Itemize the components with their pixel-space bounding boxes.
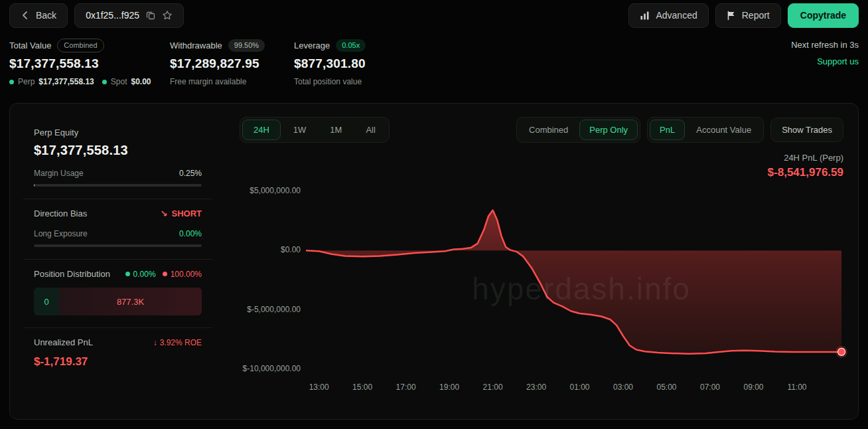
- time-tabs: 24H1W1MAll: [240, 117, 390, 143]
- view-tab-group-2: PnLAccount Value: [647, 117, 764, 143]
- perp-equity-label: Perp Equity: [34, 128, 202, 137]
- spot-dot-icon: [102, 80, 107, 84]
- withdrawable-badge: 99.50%: [228, 39, 265, 52]
- x-tick-label: 07:00: [695, 383, 725, 392]
- direction-bias-value: SHORT: [172, 209, 202, 218]
- back-button[interactable]: Back: [9, 3, 68, 28]
- support-us-link[interactable]: Support us: [817, 56, 859, 66]
- perp-equity-value: $17,377,558.13: [34, 143, 202, 158]
- view-tab-group-1: CombinedPerp Only: [516, 117, 640, 143]
- leverage-sub: Total position value: [294, 77, 362, 86]
- view-tabs-row: CombinedPerp OnlyPnLAccount Value Show T…: [516, 117, 843, 143]
- y-tick-label: $5,000,000.00: [229, 186, 301, 195]
- long-exposure-value: 0.00%: [179, 229, 202, 238]
- distribution-bar: 0 877.3K: [34, 288, 202, 315]
- time-tab-1m[interactable]: 1M: [319, 120, 353, 140]
- short-pct: 100.00%: [171, 270, 202, 279]
- leverage-label: Leverage: [294, 41, 330, 50]
- bar-chart-icon: [640, 11, 650, 21]
- view-tab-pnl[interactable]: PnL: [650, 120, 685, 140]
- roe-value: 3.92% ROE: [160, 338, 202, 347]
- total-value-amount: $17,377,558.13: [9, 56, 151, 71]
- report-label: Report: [742, 10, 770, 21]
- x-tick-label: 03:00: [609, 383, 638, 392]
- combined-badge: Combined: [57, 39, 104, 52]
- x-tick-label: 11:00: [782, 383, 812, 392]
- perp-value: $17,377,558.13: [38, 77, 94, 86]
- x-tick-label: 19:00: [435, 383, 464, 392]
- position-distribution-label: Position Distribution: [34, 269, 110, 279]
- margin-usage-label: Margin Usage: [34, 169, 84, 178]
- x-tick-label: 15:00: [348, 383, 377, 392]
- direction-bias-section: Direction Bias ↘ SHORT Long Exposure 0.0…: [23, 199, 212, 259]
- position-distribution-section: Position Distribution 0.00% 100.00% 0 87…: [23, 259, 212, 327]
- address-text: 0x1f25...f925: [86, 10, 139, 21]
- account-sidebar: Perp Equity $17,377,558.13 Margin Usage …: [23, 118, 212, 381]
- x-tick-label: 23:00: [522, 383, 551, 392]
- stats-row: Total Value Combined $17,377,558.13 Perp…: [9, 39, 859, 93]
- spot-label: Spot: [111, 77, 127, 86]
- arrow-down-icon: ↓: [153, 338, 157, 347]
- perp-equity-section: Perp Equity $17,377,558.13 Margin Usage …: [23, 118, 212, 199]
- perp-dot-icon: [9, 80, 14, 84]
- address-chip[interactable]: 0x1f25...f925: [74, 3, 184, 28]
- top-bar-left: Back 0x1f25...f925: [9, 3, 184, 28]
- time-tab-all[interactable]: All: [354, 120, 386, 140]
- withdrawable-sub: Free margin available: [170, 77, 246, 86]
- last-point-dot[interactable]: [838, 348, 845, 355]
- long-exposure-label: Long Exposure: [34, 229, 88, 238]
- star-icon[interactable]: [162, 10, 173, 21]
- short-dot-icon: [163, 272, 167, 276]
- copy-icon[interactable]: [146, 11, 155, 20]
- advanced-label: Advanced: [656, 10, 697, 21]
- pnl-area-path: [306, 211, 841, 354]
- y-tick-label: $0.00: [229, 245, 301, 254]
- distribution-short-segment: 877.3K: [59, 288, 202, 315]
- unrealized-pnl-section: Unrealized PnL ↓ 3.92% ROE $-1,719.37: [23, 327, 212, 381]
- long-exposure-bar: [34, 244, 202, 247]
- unrealized-pnl-value: $-1,719.37: [34, 355, 202, 369]
- x-tick-label: 17:00: [392, 383, 421, 392]
- view-tab-perp-only[interactable]: Perp Only: [579, 120, 638, 140]
- show-trades-button[interactable]: Show Trades: [770, 118, 843, 142]
- leverage-amount: $877,301.80: [294, 56, 366, 71]
- total-value-stat: Total Value Combined $17,377,558.13 Perp…: [9, 39, 151, 86]
- chart-area: 24H1W1MAll CombinedPerp OnlyPnLAccount V…: [229, 104, 858, 419]
- view-tabs-groups: CombinedPerp OnlyPnLAccount Value: [516, 117, 764, 143]
- chart-pnl-label: 24H PnL (Perp): [784, 153, 843, 163]
- top-bar-right: Advanced Report Copytrade: [628, 3, 859, 28]
- withdrawable-amount: $17,289,827.95: [170, 56, 265, 71]
- spot-value: $0.00: [131, 77, 151, 86]
- margin-usage-bar: [34, 184, 202, 187]
- copytrade-button[interactable]: Copytrade: [788, 3, 859, 28]
- trend-down-icon: ↘: [161, 209, 168, 218]
- time-tab-24h[interactable]: 24H: [242, 120, 281, 140]
- advanced-button[interactable]: Advanced: [628, 3, 708, 28]
- leverage-stat: Leverage 0.05x $877,301.80 Total positio…: [294, 39, 366, 86]
- main-card: Perp Equity $17,377,558.13 Margin Usage …: [9, 103, 859, 420]
- withdrawable-stat: Withdrawable 99.50% $17,289,827.95 Free …: [170, 39, 265, 86]
- x-tick-label: 09:00: [739, 383, 768, 392]
- report-button[interactable]: Report: [715, 3, 781, 28]
- x-tick-label: 01:00: [565, 383, 595, 392]
- margin-usage-value: 0.25%: [179, 169, 202, 178]
- view-tab-combined[interactable]: Combined: [519, 120, 578, 140]
- long-dot-icon: [125, 272, 130, 276]
- perp-label: Perp: [18, 77, 35, 86]
- withdrawable-label: Withdrawable: [170, 41, 222, 50]
- time-tab-1w[interactable]: 1W: [282, 120, 318, 140]
- unrealized-pnl-label: Unrealized PnL: [34, 337, 93, 347]
- chevron-left-icon: [21, 11, 30, 20]
- leverage-badge: 0.05x: [336, 39, 366, 52]
- total-value-label: Total Value: [9, 41, 51, 50]
- direction-bias-label: Direction Bias: [34, 209, 87, 218]
- x-tick-label: 05:00: [652, 383, 682, 392]
- y-tick-label: $-10,000,000.00: [229, 364, 301, 373]
- pnl-chart-svg: [306, 177, 857, 383]
- long-pct: 0.00%: [133, 270, 156, 279]
- x-tick-label: 13:00: [305, 383, 334, 392]
- top-bar: Back 0x1f25...f925 Advanced Report Copyt…: [9, 2, 859, 29]
- y-tick-label: $-5,000,000.00: [229, 305, 301, 314]
- view-tab-account-value[interactable]: Account Value: [686, 120, 761, 140]
- margin-usage-fill: [34, 184, 35, 187]
